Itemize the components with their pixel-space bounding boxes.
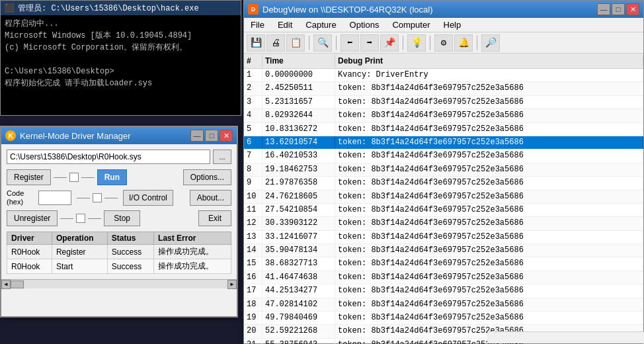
dbg-data-row[interactable]: 1538.68327713token: 8b3f14a24d64f3e69795… — [244, 257, 643, 271]
dbg-data-row[interactable]: 1230.33903122token: 8b3f14a24d64f3e69795… — [244, 217, 643, 230]
kdm-table-cell: 操作成功完成。 — [154, 259, 231, 274]
dbg-col-time: Time — [262, 55, 335, 67]
kdm-minimize-button[interactable]: — — [190, 130, 204, 142]
dbg-tool-highlight[interactable]: 💡 — [407, 34, 426, 52]
dbg-cell-msg: token: 8b3f14a24d64f3e697957c252e3a5686 — [335, 177, 643, 189]
dbg-cell-num: 12 — [244, 217, 262, 230]
dbg-tool-pin[interactable]: 📌 — [380, 34, 399, 52]
dbg-menu-computer[interactable]: Computer — [388, 19, 434, 31]
dbg-close-button[interactable]: ✕ — [626, 3, 639, 15]
kdm-register-button[interactable]: Register — [7, 169, 51, 185]
dbg-cell-num: 21 — [244, 339, 262, 344]
kdm-code-row: Code(hex) I/O Control About... — [7, 189, 231, 206]
dbg-cell-msg: token: 8b3f14a24d64f3e697957c252e3a5686 — [335, 191, 643, 203]
kdm-run-button[interactable]: Run — [97, 169, 127, 185]
dbg-data-row[interactable]: 1949.79840469token: 8b3f14a24d64f3e69795… — [244, 312, 643, 325]
dbg-cell-num: 2 — [244, 82, 262, 95]
kdm-register-row: Register Run Options... — [7, 169, 231, 185]
dbg-cell-num: 20 — [244, 325, 262, 337]
kdm-checkbox-1[interactable] — [69, 173, 79, 182]
dbg-tool-settings[interactable]: ⚙ — [434, 34, 453, 52]
dbg-data-row[interactable]: 10.00000000Kvancy: DriverEntry — [244, 69, 643, 82]
kdm-io-button[interactable]: I/O Control — [123, 190, 173, 206]
dbg-data-row[interactable]: 1024.76218605token: 8b3f14a24d64f3e69795… — [244, 191, 643, 204]
dbg-data-row[interactable]: 1333.12416077token: 8b3f14a24d64f3e69795… — [244, 231, 643, 244]
dbg-data-row[interactable]: 48.02932644token: 8b3f14a24d64f3e697957c… — [244, 109, 643, 122]
kdm-table-cell: 操作成功完成。 — [154, 245, 231, 259]
dbg-tool-save[interactable]: 💾 — [247, 34, 265, 52]
kdm-scroll-right[interactable]: ▶ — [227, 280, 237, 289]
dbg-tool-forward[interactable]: ➡ — [360, 34, 379, 52]
dbg-menu-capture[interactable]: Capture — [302, 19, 340, 31]
dbg-tool-zoom[interactable]: 🔎 — [481, 34, 500, 52]
dbg-data-row[interactable]: 921.97876358token: 8b3f14a24d64f3e697957… — [244, 177, 643, 190]
cmd-line-6: 程序初始化完成 请手动加载Loader.sys — [5, 77, 237, 89]
dbg-cell-time: 55.38756943 — [262, 339, 335, 344]
dbg-data-row[interactable]: 716.40210533token: 8b3f14a24d64f3e697957… — [244, 150, 643, 163]
dbg-menu-help[interactable]: Help — [440, 19, 465, 31]
dbg-data-row[interactable]: 613.62010574token: 8b3f14a24d64f3e697957… — [244, 136, 643, 150]
dbg-tool-copy[interactable]: 📋 — [286, 34, 305, 52]
dbg-cell-time: 21.97876358 — [262, 177, 335, 189]
kdm-close-button[interactable]: ✕ — [220, 130, 233, 142]
kdm-scroll-thumb[interactable] — [11, 280, 24, 288]
kdm-path-input[interactable] — [7, 150, 210, 164]
dbg-cell-time: 47.02814102 — [262, 298, 335, 311]
kdm-table-row[interactable]: R0HookStartSuccess操作成功完成。 — [7, 259, 231, 274]
dbg-cell-num: 19 — [244, 312, 262, 324]
dbg-minimize-button[interactable]: — — [597, 3, 610, 15]
kdm-about-button[interactable]: About... — [190, 190, 231, 206]
dbg-menu-file[interactable]: File — [247, 19, 268, 31]
dbg-data-row[interactable]: 819.18462753token: 8b3f14a24d64f3e697957… — [244, 163, 643, 177]
dbg-cell-time: 44.25134277 — [262, 284, 335, 297]
kdm-separator-1 — [54, 173, 95, 182]
dbg-cell-time: 30.33903122 — [262, 217, 335, 230]
cmd-title: 管理员: C:\Users\15386\Desktop\hack.exe — [18, 3, 199, 14]
kdm-checkbox-3[interactable] — [76, 214, 85, 223]
dbg-menu-edit[interactable]: Edit — [274, 19, 296, 31]
dbg-restore-button[interactable]: □ — [612, 3, 625, 15]
cmd-window: ⬛ 管理员: C:\Users\15386\Desktop\hack.exe 程… — [0, 0, 241, 116]
dbg-cell-num: 4 — [244, 109, 262, 122]
dbg-data-row[interactable]: 1744.25134277token: 8b3f14a24d64f3e69795… — [244, 284, 643, 298]
cmd-icon: ⬛ — [5, 3, 14, 13]
dbg-data-row[interactable]: 1641.46474638token: 8b3f14a24d64f3e69795… — [244, 271, 643, 284]
kdm-unregister-button[interactable]: Unregister — [7, 210, 58, 226]
dbg-data-row[interactable]: 1127.54210854token: 8b3f14a24d64f3e69795… — [244, 204, 643, 217]
dbg-cell-num: 15 — [244, 257, 262, 270]
dbg-cell-time: 0.00000000 — [262, 69, 335, 81]
kdm-path-row: ... — [7, 150, 231, 164]
dbg-menu-options[interactable]: Options — [346, 19, 383, 31]
kdm-titlebar-left: K Kernel-Mode Driver Manager — [5, 130, 131, 141]
kdm-table-row[interactable]: R0HookRegisterSuccess操作成功完成。 — [7, 245, 231, 259]
kdm-dash-4 — [104, 198, 118, 198]
kdm-stop-button[interactable]: Stop — [104, 210, 140, 226]
dbg-tool-bell[interactable]: 🔔 — [454, 34, 473, 52]
kdm-restore-button[interactable]: □ — [205, 130, 218, 142]
kdm-exit-button[interactable]: Exit — [198, 210, 231, 226]
dbg-cell-msg: token: 8b3f14a24d64f3e697957c252e3a5686 — [335, 231, 643, 243]
dbg-cell-num: 3 — [244, 96, 262, 108]
dbg-cell-time: 10.83136272 — [262, 123, 335, 136]
dbg-toolbar-sep2 — [336, 36, 337, 50]
dbg-cell-msg: token: 8b3f14a24d64f3e697957c252e3a5686 — [335, 123, 643, 136]
dbg-tool-search[interactable]: 🔍 — [313, 34, 332, 52]
kdm-options-button[interactable]: Options... — [183, 169, 231, 185]
dbg-data-row[interactable]: 1435.90478134token: 8b3f14a24d64f3e69795… — [244, 244, 643, 257]
dbg-tool-back[interactable]: ⬅ — [341, 34, 359, 52]
dbg-tool-print[interactable]: 🖨 — [266, 34, 285, 52]
cmd-line-2: Microsoft Windows [版本 10.0.19045.4894] — [5, 30, 237, 42]
kdm-browse-button[interactable]: ... — [213, 150, 231, 164]
dbg-cell-msg: token: 8b3f14a24d64f3e697957c252e3a5686 — [335, 217, 643, 230]
dbg-data-row[interactable]: 510.83136272token: 8b3f14a24d64f3e697957… — [244, 123, 643, 136]
dbg-data-row[interactable]: 22.45250511token: 8b3f14a24d64f3e697957c… — [244, 82, 643, 95]
dbg-data-row[interactable]: 35.23131657token: 8b3f14a24d64f3e697957c… — [244, 96, 643, 109]
dbg-cell-time: 2.45250511 — [262, 82, 335, 95]
kdm-checkbox-2[interactable] — [93, 193, 102, 202]
dbg-cell-num: 5 — [244, 123, 262, 136]
kdm-scroll-left[interactable]: ◀ — [1, 280, 11, 289]
kdm-scrollbar[interactable]: ◀ ▶ — [1, 279, 237, 288]
kdm-code-input[interactable] — [38, 191, 71, 205]
dbg-cell-num: 6 — [244, 136, 262, 149]
dbg-data-row[interactable]: 1847.02814102token: 8b3f14a24d64f3e69795… — [244, 298, 643, 312]
